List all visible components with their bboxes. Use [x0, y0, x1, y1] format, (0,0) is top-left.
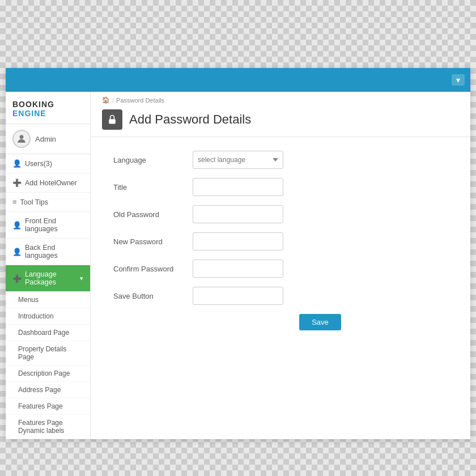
sidebar-item-back-end-languages[interactable]: 👤 Back End languages: [6, 239, 90, 265]
svg-rect-1: [109, 119, 116, 124]
breadcrumb-current: Password Details: [116, 97, 164, 104]
new-password-input[interactable]: [193, 232, 283, 250]
sub-nav-menus-label: Menus: [18, 296, 39, 304]
form-row-language: Language select language: [113, 151, 448, 169]
sidebar-item-front-end-languages-label: Front End languages: [25, 217, 83, 233]
save-row: Save: [113, 314, 448, 330]
sub-nav-introduction[interactable]: Introduction: [6, 308, 90, 325]
sidebar-item-users-label: Users(3): [25, 160, 52, 168]
sub-nav-description-page-label: Description Page: [18, 369, 70, 377]
svg-point-0: [20, 135, 24, 139]
page-header-icon: [102, 109, 122, 130]
main-window: ▾ BOOKING ENGINE Admin: [6, 68, 470, 439]
sidebar-item-language-packages[interactable]: ➕ Language Packages ▾: [6, 265, 90, 292]
language-label: Language: [113, 156, 193, 164]
confirm-password-input[interactable]: [193, 260, 283, 278]
sub-nav-features-page-dynamic-label: Features Page Dynamic labels: [18, 419, 83, 435]
page-header: Add Password Details: [91, 106, 470, 137]
admin-area: Admin: [6, 124, 90, 154]
old-password-input[interactable]: [193, 205, 283, 223]
sub-nav-address-page[interactable]: Address Page: [6, 382, 90, 398]
sidebar-item-tool-tips[interactable]: ≡ Tool Tips: [6, 193, 90, 212]
form-row-confirm-password: Confirm Password: [113, 260, 448, 278]
sidebar-item-front-end-languages[interactable]: 👤 Front End languages: [6, 212, 90, 239]
sub-nav-dashboard-page-label: Dashboard Page: [18, 329, 69, 337]
sub-nav-menus[interactable]: Menus: [6, 292, 90, 308]
breadcrumb: 🏠 / Password Details: [91, 92, 470, 106]
sub-nav-property-details-page-label: Property Details Page: [18, 345, 83, 361]
add-hotel-owner-icon: ➕: [12, 178, 22, 187]
confirm-password-label: Confirm Password: [113, 265, 193, 273]
sub-nav-property-details-page[interactable]: Property Details Page: [6, 341, 90, 366]
front-end-languages-icon: 👤: [12, 221, 22, 230]
save-button-label: Save Button: [113, 292, 193, 300]
sidebar: BOOKING ENGINE Admin 👤 Users(3): [6, 92, 91, 439]
lock-icon: [107, 114, 118, 125]
top-bar: ▾: [6, 68, 470, 92]
nav-items: 👤 Users(3) ➕ Add HotelOwner ≡ Tool Tips …: [6, 154, 90, 439]
sidebar-item-back-end-languages-label: Back End languages: [25, 244, 83, 260]
form-row-title: Title: [113, 178, 448, 196]
chevron-down-icon: ▾: [80, 275, 83, 282]
back-end-languages-icon: 👤: [12, 248, 22, 256]
sub-nav-features-page-label: Features Page: [18, 402, 63, 410]
sidebar-item-add-hotel-owner-label: Add HotelOwner: [25, 179, 77, 187]
avatar: [12, 130, 31, 148]
sidebar-item-tool-tips-label: Tool Tips: [20, 198, 48, 206]
sub-nav-description-page[interactable]: Description Page: [6, 366, 90, 382]
logo-engine: ENGINE: [12, 109, 46, 118]
sidebar-item-language-packages-label: Language Packages: [25, 270, 80, 286]
old-password-label: Old Password: [113, 210, 193, 219]
sidebar-logo: BOOKING ENGINE: [6, 92, 90, 124]
title-input[interactable]: [193, 178, 283, 196]
sub-nav-introduction-label: Introduction: [18, 312, 54, 320]
sidebar-item-add-hotel-owner[interactable]: ➕ Add HotelOwner: [6, 173, 90, 193]
form-row-save-button: Save Button: [113, 287, 448, 305]
main-area: BOOKING ENGINE Admin 👤 Users(3): [6, 92, 470, 439]
form-row-new-password: New Password: [113, 232, 448, 250]
sub-nav-features-page-dynamic[interactable]: Features Page Dynamic labels: [6, 415, 90, 439]
sidebar-item-users[interactable]: 👤 Users(3): [6, 154, 90, 173]
form-row-old-password: Old Password: [113, 205, 448, 223]
avatar-icon: [16, 133, 27, 144]
logo-booking: BOOKING: [12, 100, 54, 109]
language-select[interactable]: select language: [193, 151, 283, 169]
new-password-label: New Password: [113, 237, 193, 246]
top-bar-chevron[interactable]: ▾: [452, 74, 465, 86]
form-area: Language select language Title Old Passw…: [91, 137, 470, 344]
admin-name: Admin: [35, 135, 56, 143]
save-button-input[interactable]: [193, 287, 283, 305]
tool-tips-icon: ≡: [12, 198, 17, 206]
sub-nav-address-page-label: Address Page: [18, 386, 61, 394]
language-packages-icon: ➕: [12, 274, 22, 283]
breadcrumb-separator: /: [112, 97, 114, 104]
sub-nav-dashboard-page[interactable]: Dashboard Page: [6, 325, 90, 341]
sub-nav-features-page[interactable]: Features Page: [6, 398, 90, 415]
title-label: Title: [113, 183, 193, 192]
users-icon: 👤: [12, 159, 22, 168]
logo-text: BOOKING ENGINE: [12, 100, 54, 118]
breadcrumb-home[interactable]: 🏠: [102, 96, 110, 104]
content-area: 🏠 / Password Details Add Password Detail…: [91, 92, 470, 439]
save-button[interactable]: Save: [299, 314, 341, 330]
page-title: Add Password Details: [129, 112, 251, 127]
